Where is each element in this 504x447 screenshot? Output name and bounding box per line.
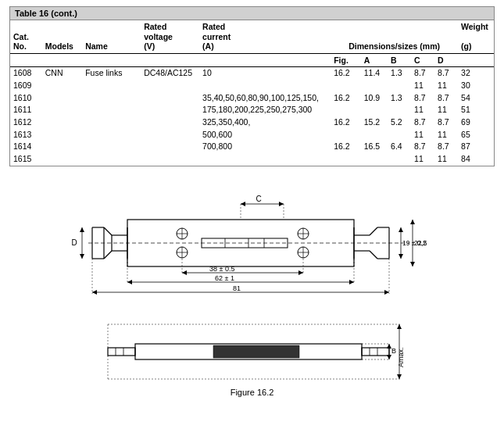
cell-weight: 69	[458, 116, 494, 129]
cell-B: 1.3	[388, 67, 411, 80]
cell-models	[42, 141, 82, 153]
header-D: D	[434, 53, 458, 67]
cell-voltage	[141, 80, 199, 92]
svg-marker-63	[410, 220, 415, 224]
svg-marker-78	[397, 374, 402, 379]
table-row: 1614700,80016.216.56.48.78.787	[10, 141, 494, 153]
cell-voltage	[141, 92, 199, 105]
svg-marker-52	[241, 202, 245, 206]
cell-D: 8.7	[434, 141, 458, 153]
cell-C: 8.7	[411, 92, 434, 105]
cell-B	[388, 153, 411, 166]
cell-A: 15.2	[361, 116, 388, 129]
cell-cat: 1614	[10, 141, 42, 153]
svg-marker-53	[279, 202, 284, 206]
svg-marker-43	[92, 290, 97, 295]
cell-current: 500,600	[199, 129, 331, 141]
cell-A	[361, 104, 388, 116]
dim-62-label: 62 ± 1	[215, 274, 234, 282]
cell-current: 35,40,50,60,80,90,100,125,150,	[199, 92, 331, 105]
cell-C: 8.7	[411, 67, 434, 80]
cell-B	[388, 104, 411, 116]
header-cat-no: Cat.No.	[10, 20, 42, 53]
table-row: 161035,40,50,60,80,90,100,125,150,16.210…	[10, 92, 494, 105]
cell-cat: 1612	[10, 116, 42, 129]
cell-C: 11	[411, 80, 434, 92]
table-row: 1612325,350,400,16.215.25.28.78.769	[10, 116, 494, 129]
cell-fig: 16.2	[331, 67, 361, 80]
cell-weight: 84	[458, 153, 494, 166]
svg-marker-41	[349, 280, 354, 284]
cell-models	[42, 80, 82, 92]
cell-cat: 1610	[10, 92, 42, 105]
cell-C: 11	[411, 129, 434, 141]
main-table: Table 16 (cont.) Cat.No. Models Name Rat…	[9, 6, 495, 166]
cell-current: 700,800	[199, 141, 331, 153]
cell-current	[199, 153, 331, 166]
cell-name	[82, 141, 141, 153]
cell-fig: 16.2	[331, 116, 361, 129]
header-B: B	[388, 53, 411, 67]
cell-models	[42, 153, 82, 166]
svg-rect-67	[108, 348, 135, 356]
cell-voltage	[141, 153, 199, 166]
cell-voltage	[141, 104, 199, 116]
svg-marker-40	[127, 280, 132, 284]
svg-marker-64	[410, 262, 415, 266]
cell-D: 11	[434, 80, 458, 92]
svg-marker-44	[384, 290, 389, 295]
cell-B: 1.3	[388, 92, 411, 105]
cell-fig	[331, 80, 361, 92]
svg-line-14	[370, 227, 377, 235]
dim-22-5-label: 22,5	[414, 239, 427, 247]
header-A: A	[361, 53, 388, 67]
cell-A: 11.4	[361, 67, 388, 80]
cell-fig: 16.2	[331, 141, 361, 153]
cell-weight: 30	[458, 80, 494, 92]
cell-B	[388, 129, 411, 141]
cell-fig	[331, 104, 361, 116]
figure-area: 38 ± 0.5 62 ± 1 81 C D 19 ± 0	[9, 181, 495, 397]
dim-38-label: 38 ± 0.5	[209, 265, 234, 273]
header-name: Name	[82, 20, 141, 53]
header-models: Models	[42, 20, 82, 53]
B-side-label: B	[391, 347, 396, 355]
cell-cat: 1609	[10, 80, 42, 92]
cell-weight: 32	[458, 67, 494, 80]
cell-cat: 1613	[10, 129, 42, 141]
cell-voltage: DC48/AC125	[141, 67, 199, 80]
cell-D: 11	[434, 153, 458, 166]
cell-C: 8.7	[411, 141, 434, 153]
Amax-label: Amax.	[397, 347, 405, 367]
figure-caption: Figure 16.2	[231, 388, 274, 397]
svg-line-15	[370, 251, 377, 259]
cell-name: Fuse links	[82, 67, 141, 80]
cell-voltage	[141, 141, 199, 153]
header-rated-current: Ratedcurrent(A)	[199, 20, 331, 53]
cell-weight: 87	[458, 141, 494, 153]
table-row: 1615111184	[10, 153, 494, 166]
svg-rect-66	[213, 345, 299, 358]
header-weight: Weight (g)	[458, 20, 494, 53]
cell-name	[82, 129, 141, 141]
cell-current: 10	[199, 67, 331, 80]
cell-weight: 54	[458, 92, 494, 105]
cell-models	[42, 104, 82, 116]
cell-models	[42, 129, 82, 141]
cell-A	[361, 80, 388, 92]
cell-cat: 1615	[10, 153, 42, 166]
svg-marker-77	[397, 324, 402, 329]
header-C: C	[411, 53, 434, 67]
cell-name	[82, 116, 141, 129]
dim-81-label: 81	[233, 284, 241, 292]
cell-C: 11	[411, 153, 434, 166]
cell-weight: 65	[458, 129, 494, 141]
cell-A	[361, 129, 388, 141]
cell-current	[199, 80, 331, 92]
svg-marker-37	[182, 270, 187, 275]
cell-C: 8.7	[411, 116, 434, 129]
cell-models	[42, 92, 82, 105]
cell-A: 16.5	[361, 141, 388, 153]
cell-models: CNN	[42, 67, 82, 80]
cell-A	[361, 153, 388, 166]
